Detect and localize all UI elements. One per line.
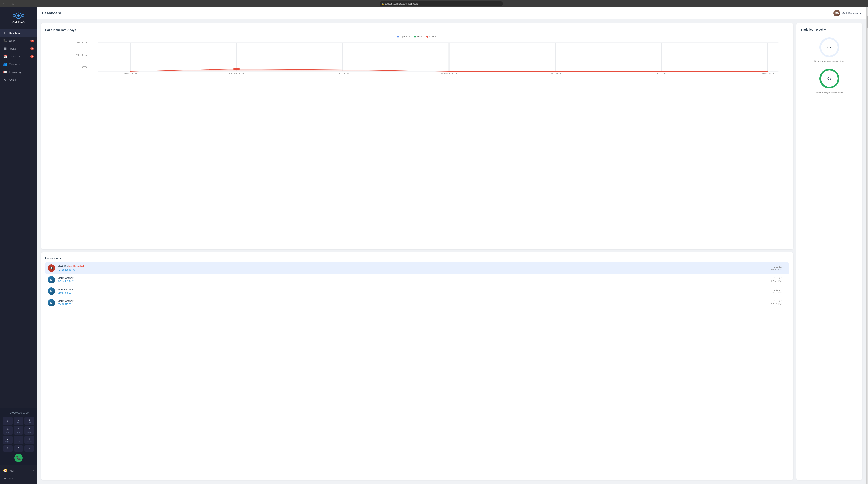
- svg-point-7: [13, 16, 14, 18]
- url-bar[interactable]: 🔒 account.callpaas.com/dashboard: [379, 1, 503, 6]
- dial-key-hash[interactable]: #: [25, 445, 34, 452]
- lock-icon: 🔒: [381, 3, 384, 5]
- user-ring: 0s: [818, 67, 841, 90]
- chart-title: Calls in the last 7 days: [45, 28, 76, 32]
- chart-svg: 30 15 0 Sn Mo Tu We Th Fr Sa: [45, 40, 789, 78]
- dial-key-1[interactable]: 1: [3, 417, 12, 425]
- call-phone: +972548859770: [58, 268, 769, 271]
- chart-menu-button[interactable]: ⋮: [784, 27, 789, 33]
- sidebar-item-dashboard[interactable]: ⊞ Dashboard: [0, 29, 37, 37]
- chevron-left-icon: ‹: [786, 290, 786, 293]
- sidebar-item-admin[interactable]: ⚙ Admin ›: [0, 76, 37, 84]
- blue-avatar-3: M: [48, 299, 55, 306]
- dial-key-star[interactable]: *: [3, 445, 12, 452]
- stats-title: Statistics - Weekly: [801, 28, 826, 31]
- svg-text:15: 15: [75, 54, 88, 56]
- sidebar-item-label: Tasks: [9, 47, 16, 50]
- sidebar-item-tasks[interactable]: ☰ Tasks 0: [0, 45, 37, 53]
- back-button[interactable]: ‹: [2, 2, 5, 6]
- latest-calls-card: Latest calls 🏴‍☠️ Mark B - Not Provided …: [41, 253, 793, 480]
- call-hour: 02:58 PM: [771, 280, 782, 283]
- sidebar-item-knowledge[interactable]: 📖 Knowledge: [0, 68, 37, 76]
- call-row[interactable]: 🏴‍☠️ Mark B - Not Provided +972548859770…: [45, 262, 789, 274]
- user-stat: 0s User Average answer time: [801, 67, 858, 94]
- dial-key-0[interactable]: 0: [14, 445, 24, 452]
- dial-key-4[interactable]: 4GHI: [3, 426, 12, 434]
- stats-menu-button[interactable]: ⋮: [855, 27, 858, 32]
- scrollbar[interactable]: [866, 7, 868, 484]
- dial-key-8[interactable]: 8TUV: [14, 436, 24, 444]
- call-name: MarkBaranov: [58, 288, 769, 291]
- main-content: Dashboard MB Mark Baranov ▾ Calls in the…: [37, 7, 866, 484]
- list-icon: ☰: [3, 47, 7, 50]
- call-avatar: M: [48, 287, 55, 295]
- sidebar-item-contacts[interactable]: 👥 Contacts: [0, 60, 37, 68]
- chart-area: 30 15 0 Sn Mo Tu We Th Fr Sa: [45, 40, 789, 78]
- chevron-left-icon: ‹: [786, 278, 786, 281]
- contacts-icon: 👥: [3, 62, 7, 66]
- dial-key-5[interactable]: 5JKL: [14, 426, 24, 434]
- compass-icon: 🧭: [3, 469, 7, 473]
- user-dot: [414, 36, 416, 38]
- pirate-avatar: 🏴‍☠️: [48, 264, 55, 272]
- svg-point-1: [17, 15, 20, 17]
- sidebar: CallPaaS ⊞ Dashboard 📞 Calls 0 ☰ Tasks 0…: [0, 7, 37, 484]
- sidebar-item-tour[interactable]: 🧭 Tour ›: [0, 467, 37, 475]
- chevron-right-icon: ›: [33, 79, 34, 81]
- chevron-right-icon: ›: [33, 469, 34, 472]
- sidebar-item-label: Admin: [9, 78, 17, 82]
- gear-icon: ⚙: [3, 78, 7, 82]
- user-avg-label: User Average answer time: [816, 91, 843, 94]
- svg-point-9: [23, 16, 24, 18]
- call-time: Oct, 27 12:11 PM: [771, 300, 782, 306]
- call-time: Oct, 27 02:58 PM: [771, 277, 782, 283]
- call-time: Oct, 31 03:41 AM: [771, 265, 782, 271]
- call-name: MarkBaranov: [58, 276, 769, 280]
- svg-text:Mo: Mo: [228, 73, 245, 75]
- forward-button[interactable]: ›: [7, 2, 9, 6]
- main-header: Dashboard MB Mark Baranov ▾: [37, 7, 866, 19]
- stats-header: Statistics - Weekly ⋮: [801, 27, 858, 32]
- dial-key-9[interactable]: 9WXYZ: [25, 436, 34, 444]
- sidebar-nav: ⊞ Dashboard 📞 Calls 0 ☰ Tasks 0 📅 Calend…: [0, 27, 37, 408]
- dial-key-2[interactable]: 2ABC: [14, 417, 24, 425]
- blue-avatar: M: [48, 276, 55, 283]
- blue-avatar-2: M: [48, 287, 55, 295]
- legend-operator: Operator: [397, 35, 410, 38]
- logo-text: CallPaaS: [12, 21, 25, 24]
- not-provided-label: Not Provided: [68, 265, 84, 268]
- svg-point-32: [232, 68, 241, 70]
- dashboard-grid: Calls in the last 7 days ⋮ Operator User…: [37, 19, 866, 484]
- operator-avg-value: 0s: [828, 46, 831, 49]
- dialpad: +0 000 000 0000 1 2ABC 3DEF 4GHI 5JKL 6M…: [0, 408, 37, 465]
- call-info: MarkBaranov 0504734513: [58, 288, 769, 294]
- scrollbar-thumb[interactable]: [867, 16, 868, 28]
- svg-text:30: 30: [75, 41, 88, 44]
- legend-missed: Missed: [426, 35, 437, 38]
- call-hour: 03:41 AM: [771, 268, 782, 271]
- book-icon: 📖: [3, 70, 7, 74]
- user-name: Mark Baranov: [842, 12, 858, 15]
- reload-button[interactable]: ↻: [11, 2, 15, 6]
- avatar: MB: [833, 10, 840, 17]
- operator-avg-label: Operator Average answer time: [814, 60, 845, 62]
- call-hour: 12:11 PM: [771, 303, 782, 306]
- sidebar-item-label: Calls: [9, 39, 15, 42]
- call-row[interactable]: M MarkBaranov 0548859770 Oct, 27 12:11 P…: [45, 297, 789, 309]
- sidebar-item-logout[interactable]: ↪ Logout: [0, 475, 37, 482]
- call-button[interactable]: 📞: [14, 454, 23, 462]
- legend-user: User: [414, 35, 422, 38]
- operator-ring: 0s: [818, 36, 841, 59]
- dial-key-3[interactable]: 3DEF: [25, 417, 34, 425]
- sidebar-item-calls[interactable]: 📞 Calls 0: [0, 37, 37, 45]
- svg-text:Fr: Fr: [656, 73, 667, 75]
- dial-key-6[interactable]: 6MNO: [25, 426, 34, 434]
- svg-point-8: [23, 14, 24, 15]
- call-time: Oct, 27 12:12 PM: [771, 288, 782, 294]
- call-row[interactable]: M MarkBaranov 0504734513 Oct, 27 12:12 P…: [45, 285, 789, 297]
- user-menu[interactable]: MB Mark Baranov ▾: [833, 10, 861, 17]
- sidebar-item-calendar[interactable]: 📅 Calendar 0: [0, 53, 37, 60]
- dial-key-7[interactable]: 7PQRS: [3, 436, 12, 444]
- call-row[interactable]: M MarkBaranov 972548859770 Oct, 27 02:58…: [45, 274, 789, 285]
- svg-text:0: 0: [81, 66, 88, 68]
